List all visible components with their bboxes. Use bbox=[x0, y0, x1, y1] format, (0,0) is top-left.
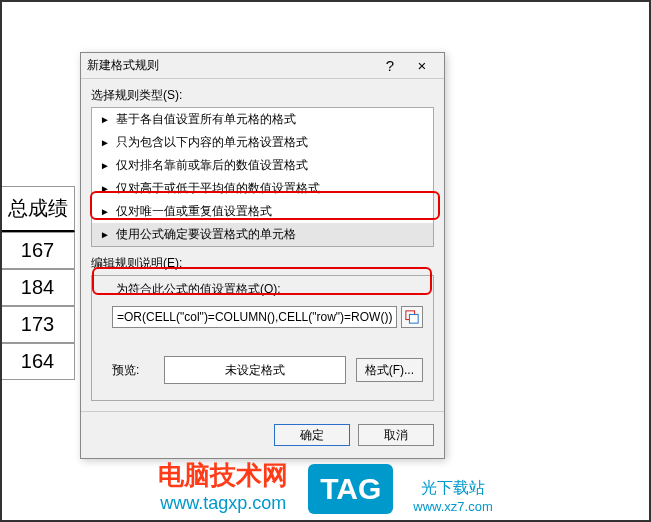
rule-type-label: 仅对唯一值或重复值设置格式 bbox=[116, 203, 272, 220]
watermark-right-title: 光下载站 bbox=[413, 478, 492, 499]
help-button[interactable]: ? bbox=[374, 57, 406, 74]
excel-cell[interactable]: 184 bbox=[0, 269, 75, 306]
rule-type-item[interactable]: ► 仅对唯一值或重复值设置格式 bbox=[92, 200, 433, 223]
rule-type-label: 仅对高于或低于平均值的数值设置格式 bbox=[116, 180, 320, 197]
bullet-icon: ► bbox=[100, 206, 110, 217]
rule-type-item-formula[interactable]: ► 使用公式确定要设置格式的单元格 bbox=[92, 223, 433, 246]
bullet-icon: ► bbox=[100, 183, 110, 194]
svg-rect-1 bbox=[409, 314, 418, 323]
bullet-icon: ► bbox=[100, 114, 110, 125]
formula-input[interactable] bbox=[112, 306, 397, 328]
excel-cell[interactable]: 164 bbox=[0, 343, 75, 380]
excel-cell[interactable]: 173 bbox=[0, 306, 75, 343]
rule-type-item[interactable]: ► 仅对排名靠前或靠后的数值设置格式 bbox=[92, 154, 433, 177]
bullet-icon: ► bbox=[100, 137, 110, 148]
dialog-titlebar: 新建格式规则 ? × bbox=[81, 53, 444, 79]
excel-column: 总成绩 167 184 173 164 bbox=[0, 100, 75, 380]
edit-rule-description-label: 编辑规则说明(E): bbox=[81, 247, 444, 275]
watermark-right: 光下载站 www.xz7.com bbox=[413, 478, 492, 514]
watermark-left-url: www.tagxp.com bbox=[158, 493, 288, 514]
bullet-icon: ► bbox=[100, 160, 110, 171]
dialog-title: 新建格式规则 bbox=[87, 57, 374, 74]
select-rule-type-label: 选择规则类型(S): bbox=[81, 79, 444, 107]
rule-type-label: 仅对排名靠前或靠后的数值设置格式 bbox=[116, 157, 308, 174]
format-button[interactable]: 格式(F)... bbox=[356, 358, 423, 382]
rule-type-label: 基于各自值设置所有单元格的格式 bbox=[116, 111, 296, 128]
new-format-rule-dialog: 新建格式规则 ? × 选择规则类型(S): ► 基于各自值设置所有单元格的格式 … bbox=[80, 52, 445, 459]
watermark-left-title: 电脑技术网 bbox=[158, 458, 288, 493]
cancel-button[interactable]: 取消 bbox=[358, 424, 434, 446]
ok-button[interactable]: 确定 bbox=[274, 424, 350, 446]
formula-prompt-label: 为符合此公式的值设置格式(O): bbox=[92, 276, 433, 301]
rule-type-list: ► 基于各自值设置所有单元格的格式 ► 只为包含以下内容的单元格设置格式 ► 仅… bbox=[91, 107, 434, 247]
rule-type-item[interactable]: ► 只为包含以下内容的单元格设置格式 bbox=[92, 131, 433, 154]
preview-label: 预览: bbox=[112, 362, 154, 379]
excel-cell[interactable]: 167 bbox=[0, 232, 75, 269]
rule-type-label: 只为包含以下内容的单元格设置格式 bbox=[116, 134, 308, 151]
watermark: 电脑技术网 www.tagxp.com TAG 光下载站 www.xz7.com bbox=[0, 458, 651, 514]
range-selector-button[interactable] bbox=[401, 306, 423, 328]
watermark-right-url: www.xz7.com bbox=[413, 499, 492, 514]
rule-type-label: 使用公式确定要设置格式的单元格 bbox=[116, 226, 296, 243]
bullet-icon: ► bbox=[100, 229, 110, 240]
rule-type-item[interactable]: ► 基于各自值设置所有单元格的格式 bbox=[92, 108, 433, 131]
preview-box: 未设定格式 bbox=[164, 356, 346, 384]
excel-header-cell: 总成绩 bbox=[0, 186, 75, 232]
dialog-footer: 确定 取消 bbox=[81, 411, 444, 458]
watermark-tag: TAG bbox=[308, 464, 393, 514]
watermark-left: 电脑技术网 www.tagxp.com bbox=[158, 458, 288, 514]
close-button[interactable]: × bbox=[406, 57, 438, 74]
preview-row: 预览: 未设定格式 格式(F)... bbox=[112, 356, 423, 384]
rule-type-item[interactable]: ► 仅对高于或低于平均值的数值设置格式 bbox=[92, 177, 433, 200]
formula-input-row bbox=[112, 306, 423, 328]
